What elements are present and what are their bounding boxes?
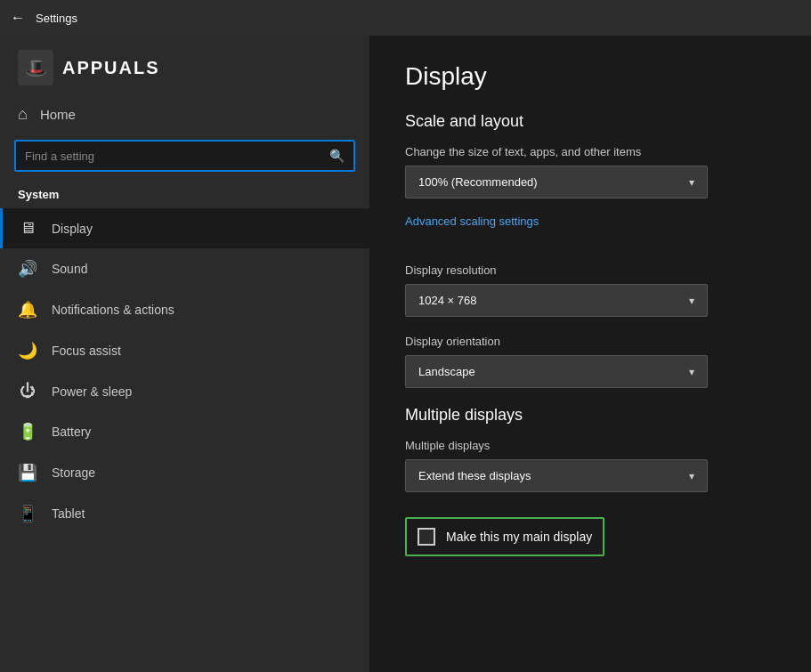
- sidebar-item-label: Battery: [52, 425, 91, 439]
- resolution-dropdown[interactable]: 1024 × 768 ▾: [405, 284, 708, 317]
- orientation-section: Display orientation Landscape ▾: [405, 335, 775, 388]
- resolution-chevron-icon: ▾: [689, 295, 694, 307]
- power-icon: ⏻: [18, 382, 37, 401]
- main-display-checkbox[interactable]: [418, 528, 435, 546]
- sidebar-item-battery[interactable]: 🔋 Battery: [0, 411, 369, 452]
- focus-icon: 🌙: [18, 341, 37, 360]
- home-icon: ⌂: [18, 105, 28, 124]
- orientation-label: Display orientation: [405, 335, 775, 348]
- sidebar-item-tablet[interactable]: 📱 Tablet: [0, 493, 369, 534]
- page-title: Display: [405, 62, 775, 91]
- storage-icon: 💾: [18, 463, 37, 482]
- home-button[interactable]: ⌂ Home: [0, 96, 369, 133]
- resolution-section: Display resolution 1024 × 768 ▾: [405, 263, 775, 317]
- title-bar-title: Settings: [36, 12, 77, 25]
- title-bar: ← Settings: [0, 0, 811, 36]
- orientation-value: Landscape: [418, 365, 475, 378]
- main-layout: 🎩 APPUALS ⌂ Home 🔍 System 🖥 Display 🔊 So…: [0, 36, 811, 672]
- main-display-row[interactable]: Make this my main display: [405, 517, 604, 556]
- display-icon: 🖥: [18, 219, 37, 238]
- multiple-chevron-icon: ▾: [689, 470, 694, 482]
- sidebar-item-focus[interactable]: 🌙 Focus assist: [0, 330, 369, 371]
- scale-value: 100% (Recommended): [418, 175, 538, 189]
- orientation-chevron-icon: ▾: [689, 366, 694, 378]
- system-label: System: [0, 184, 369, 208]
- sound-icon: 🔊: [18, 259, 37, 279]
- multiple-displays-section: Multiple displays Multiple displays Exte…: [405, 406, 775, 556]
- multiple-displays-dropdown[interactable]: Extend these displays ▾: [405, 459, 708, 492]
- scale-dropdown[interactable]: 100% (Recommended) ▾: [405, 166, 708, 198]
- search-bar[interactable]: 🔍: [14, 140, 355, 172]
- logo-icon: 🎩: [18, 50, 53, 85]
- sidebar-item-label: Focus assist: [52, 344, 121, 358]
- sidebar-item-sound[interactable]: 🔊 Sound: [0, 248, 369, 289]
- sidebar: 🎩 APPUALS ⌂ Home 🔍 System 🖥 Display 🔊 So…: [0, 36, 369, 672]
- sidebar-item-notifications[interactable]: 🔔 Notifications & actions: [0, 289, 369, 330]
- orientation-dropdown[interactable]: Landscape ▾: [405, 355, 708, 388]
- sidebar-item-label: Notifications & actions: [52, 303, 174, 317]
- search-icon: 🔍: [320, 142, 353, 170]
- back-button[interactable]: ←: [11, 10, 25, 26]
- multiple-label: Multiple displays: [405, 439, 775, 452]
- resolution-value: 1024 × 768: [418, 294, 476, 307]
- sidebar-item-label: Display: [52, 222, 93, 236]
- scale-label: Change the size of text, apps, and other…: [405, 145, 775, 158]
- sidebar-item-display[interactable]: 🖥 Display: [0, 208, 369, 248]
- advanced-scaling-link[interactable]: Advanced scaling settings: [405, 215, 539, 228]
- main-display-label: Make this my main display: [446, 530, 592, 544]
- sidebar-item-label: Tablet: [52, 506, 85, 521]
- multiple-value: Extend these displays: [418, 469, 531, 482]
- multiple-section-title: Multiple displays: [405, 406, 775, 425]
- scale-chevron-icon: ▾: [689, 176, 694, 189]
- logo-area: 🎩 APPUALS: [0, 36, 369, 96]
- scale-layout-section: Scale and layout Change the size of text…: [405, 112, 775, 246]
- sidebar-item-storage[interactable]: 💾 Storage: [0, 452, 369, 493]
- sidebar-item-label: Sound: [52, 262, 87, 276]
- home-label: Home: [40, 107, 76, 122]
- content-area: Display Scale and layout Change the size…: [369, 36, 811, 672]
- resolution-label: Display resolution: [405, 263, 775, 277]
- tablet-icon: 📱: [18, 504, 37, 523]
- scale-section-title: Scale and layout: [405, 112, 775, 131]
- logo-text: APPUALS: [62, 58, 160, 78]
- sidebar-item-power[interactable]: ⏻ Power & sleep: [0, 371, 369, 411]
- search-input[interactable]: [16, 142, 320, 170]
- battery-icon: 🔋: [18, 422, 37, 441]
- sidebar-item-label: Storage: [52, 466, 95, 480]
- notifications-icon: 🔔: [18, 300, 37, 320]
- sidebar-item-label: Power & sleep: [52, 385, 132, 399]
